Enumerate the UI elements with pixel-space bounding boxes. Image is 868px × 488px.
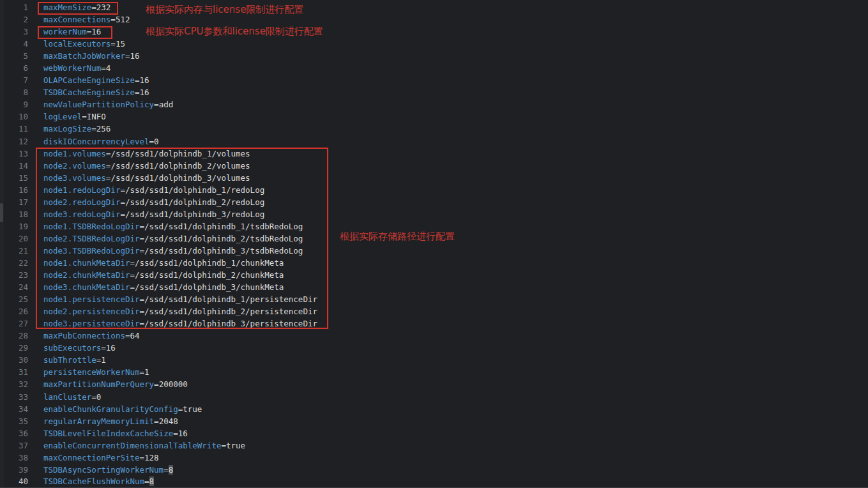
config-key: node3.persistenceDir bbox=[43, 319, 140, 328]
code-line[interactable]: 31 persistenceWorkerNum=1 bbox=[0, 366, 868, 378]
config-value: 0 bbox=[154, 137, 159, 146]
config-key: enableChunkGranularityConfig bbox=[43, 404, 178, 414]
code-line[interactable]: 28 maxPubConnections=64 bbox=[0, 330, 868, 342]
config-key: regularArrayMemoryLimit bbox=[43, 416, 154, 426]
code-line[interactable]: 24 node3.chunkMetaDir=/ssd/ssd1/dolphind… bbox=[0, 281, 868, 293]
equals-sign: = bbox=[135, 88, 140, 97]
code-line[interactable]: 2 maxConnections=512 bbox=[0, 13, 868, 26]
equals-sign: = bbox=[140, 367, 145, 377]
code-line[interactable]: 32 maxPartitionNumPerQuery=200000 bbox=[0, 378, 868, 390]
config-key: maxBatchJobWorker bbox=[43, 51, 125, 61]
config-key: node2.persistenceDir bbox=[43, 307, 140, 316]
equals-sign: = bbox=[120, 210, 125, 219]
code-line[interactable]: 38 maxConnectionPerSite=128 bbox=[0, 452, 868, 464]
config-value: add bbox=[159, 100, 174, 109]
code-line[interactable]: 18 node3.redoLogDir=/ssd/ssd1/dolphindb_… bbox=[0, 208, 868, 220]
code-line[interactable]: 23 node2.chunkMetaDir=/ssd/ssd1/dolphind… bbox=[0, 269, 868, 281]
code-line[interactable]: 10 logLevel=INFO bbox=[0, 111, 868, 123]
config-value: 16 bbox=[140, 88, 149, 97]
code-line[interactable]: 3 workerNum=16 bbox=[0, 26, 868, 38]
line-content: node2.redoLogDir=/ssd/ssd1/dolphindb_2/r… bbox=[43, 196, 264, 208]
code-line[interactable]: 15 node3.volumes=/ssd/ssd1/dolphindb_3/v… bbox=[0, 172, 868, 184]
code-line[interactable]: 33 lanCluster=0 bbox=[0, 391, 868, 403]
line-number: 11 bbox=[0, 123, 28, 135]
code-line[interactable]: 36 TSDBLevelFileIndexCacheSize=16 bbox=[0, 427, 868, 439]
code-line[interactable]: 37 enableConcurrentDimensionalTableWrite… bbox=[0, 439, 868, 452]
config-key: node3.volumes bbox=[43, 173, 106, 183]
config-value: /ssd/ssd1/dolphindb_2/persistenceDir bbox=[144, 307, 317, 316]
config-key: node3.redoLogDir bbox=[43, 210, 120, 219]
config-key: node2.TSDBRedoLogDir bbox=[43, 234, 140, 243]
code-line[interactable]: 40 TSDBCacheFlushWorkNum=8 bbox=[0, 476, 868, 488]
config-value: 256 bbox=[96, 124, 111, 133]
line-number: 8 bbox=[0, 86, 28, 98]
code-area: 1 maxMemSize=232 2 maxConnections=512 3 … bbox=[0, 1, 868, 488]
code-line[interactable]: 22 node1.chunkMetaDir=/ssd/ssd1/dolphind… bbox=[0, 257, 868, 269]
line-number: 32 bbox=[0, 378, 28, 390]
equals-sign: = bbox=[149, 137, 155, 146]
config-value: /ssd/ssd1/dolphindb_1/redoLog bbox=[125, 185, 264, 195]
line-number: 36 bbox=[0, 427, 28, 439]
config-key: node1.persistenceDir bbox=[43, 294, 140, 304]
line-content: node3.TSDBRedoLogDir=/ssd/ssd1/dolphindb… bbox=[43, 245, 303, 257]
line-number: 39 bbox=[0, 464, 28, 476]
code-line[interactable]: 27 node3.persistenceDir=/ssd/ssd1/dolphi… bbox=[0, 317, 868, 330]
equals-sign: = bbox=[110, 39, 116, 49]
code-line[interactable]: 26 node2.persistenceDir=/ssd/ssd1/dolphi… bbox=[0, 305, 868, 317]
line-content: maxLogSize=256 bbox=[43, 123, 110, 135]
config-value: /ssd/ssd1/dolphindb_3/redoLog bbox=[125, 210, 264, 219]
code-line[interactable]: 1 maxMemSize=232 bbox=[0, 1, 868, 13]
code-line[interactable]: 13 node1.volumes=/ssd/ssd1/dolphindb_1/v… bbox=[0, 148, 868, 160]
code-line[interactable]: 9 newValuePartitionPolicy=add bbox=[0, 98, 868, 111]
code-line[interactable]: 25 node1.persistenceDir=/ssd/ssd1/dolphi… bbox=[0, 293, 868, 305]
config-key: diskIOConcurrencyLevel bbox=[43, 137, 149, 146]
config-key: node1.chunkMetaDir bbox=[43, 258, 130, 268]
config-key: maxPartitionNumPerQuery bbox=[43, 379, 154, 389]
code-line[interactable]: 29 subExecutors=16 bbox=[0, 342, 868, 354]
config-value: /ssd/ssd1/dolphindb_1/tsdbRedoLog bbox=[144, 222, 303, 231]
equals-sign: = bbox=[130, 282, 135, 292]
code-line[interactable]: 5 maxBatchJobWorker=16 bbox=[0, 50, 868, 62]
line-number: 27 bbox=[0, 317, 28, 330]
config-key: node2.volumes bbox=[43, 161, 106, 171]
code-line[interactable]: 11 maxLogSize=256 bbox=[0, 123, 868, 135]
code-line[interactable]: 39 TSDBAsyncSortingWorkerNum=8 bbox=[0, 464, 868, 476]
code-line[interactable]: 16 node1.redoLogDir=/ssd/ssd1/dolphindb_… bbox=[0, 184, 868, 196]
line-content: maxMemSize=232 bbox=[43, 1, 110, 13]
code-line[interactable]: 6 webWorkerNum=4 bbox=[0, 62, 868, 74]
code-line[interactable]: 12 diskIOConcurrencyLevel=0 bbox=[0, 135, 868, 148]
code-line[interactable]: 34 enableChunkGranularityConfig=true bbox=[0, 403, 868, 415]
config-value: 16 bbox=[178, 429, 188, 438]
equals-sign: = bbox=[154, 100, 159, 109]
line-number: 2 bbox=[0, 13, 28, 26]
config-value: 1 bbox=[144, 367, 149, 377]
code-line[interactable]: 8 TSDBCacheEngineSize=16 bbox=[0, 86, 868, 98]
line-number: 12 bbox=[0, 135, 28, 148]
code-line[interactable]: 35 regularArrayMemoryLimit=2048 bbox=[0, 415, 868, 427]
code-line[interactable]: 7 OLAPCacheEngineSize=16 bbox=[0, 74, 868, 86]
config-value: /ssd/ssd1/dolphindb_2/tsdbRedoLog bbox=[144, 234, 303, 243]
equals-sign: = bbox=[221, 441, 226, 450]
line-number: 19 bbox=[0, 220, 28, 233]
code-line[interactable]: 17 node2.redoLogDir=/ssd/ssd1/dolphindb_… bbox=[0, 196, 868, 208]
config-key: logLevel bbox=[43, 112, 82, 121]
config-key: maxConnectionPerSite bbox=[43, 453, 140, 462]
code-line[interactable]: 4 localExecutors=15 bbox=[0, 38, 868, 50]
code-line[interactable]: 14 node2.volumes=/ssd/ssd1/dolphindb_2/v… bbox=[0, 160, 868, 172]
config-value: /ssd/ssd1/dolphindb_1/persistenceDir bbox=[144, 294, 317, 304]
config-key: TSDBCacheEngineSize bbox=[43, 88, 135, 97]
line-content: newValuePartitionPolicy=add bbox=[43, 98, 173, 111]
line-content: maxConnections=512 bbox=[43, 13, 130, 26]
line-content: diskIOConcurrencyLevel=0 bbox=[43, 135, 159, 148]
code-line[interactable]: 19 node1.TSDBRedoLogDir=/ssd/ssd1/dolphi… bbox=[0, 220, 868, 233]
config-value: 1 bbox=[101, 355, 106, 365]
config-key: maxLogSize bbox=[43, 124, 91, 133]
equals-sign: = bbox=[173, 429, 178, 438]
code-line[interactable]: 30 subThrottle=1 bbox=[0, 354, 868, 366]
code-line[interactable]: 20 node2.TSDBRedoLogDir=/ssd/ssd1/dolphi… bbox=[0, 233, 868, 245]
line-number: 1 bbox=[0, 1, 28, 13]
line-number: 4 bbox=[0, 38, 28, 50]
line-number: 20 bbox=[0, 233, 28, 245]
config-key: node1.volumes bbox=[43, 149, 106, 158]
code-line[interactable]: 21 node3.TSDBRedoLogDir=/ssd/ssd1/dolphi… bbox=[0, 245, 868, 257]
